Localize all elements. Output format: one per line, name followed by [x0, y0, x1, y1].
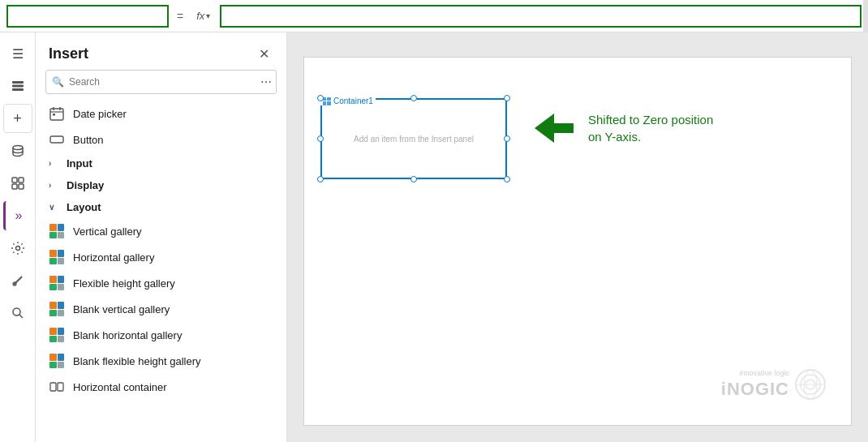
button-icon: [49, 131, 65, 148]
watermark-small-text: innovative logic: [739, 369, 789, 377]
svg-rect-20: [58, 383, 63, 391]
svg-rect-6: [12, 184, 17, 189]
flexible-height-gallery-icon: [49, 275, 65, 291]
search-input[interactable]: [45, 70, 277, 94]
layers-icon[interactable]: [3, 71, 32, 101]
handle-top-right[interactable]: [504, 95, 510, 101]
watermark-logo-icon: [794, 368, 827, 401]
watermark: innovative logic iNOGIC: [721, 368, 827, 401]
svg-rect-17: [53, 114, 55, 116]
vertical-gallery-icon: [49, 223, 65, 239]
svg-rect-23: [323, 101, 326, 105]
hamburger-icon[interactable]: ☰: [3, 39, 32, 68]
container-inner-text: Add an item from the Insert panel: [354, 135, 474, 144]
panel-header: Insert ✕: [36, 32, 286, 70]
blank-horizontal-gallery-label: Blank horizontal gallery: [73, 329, 182, 341]
fx-button[interactable]: fx ▾: [191, 8, 215, 24]
svg-point-3: [13, 146, 23, 150]
chevron-down-icon-layout: ∨: [49, 203, 60, 212]
section-display-label: Display: [67, 179, 104, 191]
search-icon-small: 🔍: [52, 76, 64, 88]
formula-input[interactable]: 0: [220, 5, 862, 28]
settings-icon[interactable]: [3, 234, 32, 263]
plugins-icon[interactable]: »: [3, 201, 32, 230]
flexible-height-gallery-label: Flexible height gallery: [73, 277, 175, 290]
container-label: Container1: [320, 97, 376, 105]
left-toolbar: ☰ + »: [0, 32, 36, 442]
chevron-down-icon: ▾: [206, 11, 210, 20]
list-item-flexible-height-gallery[interactable]: Flexible height gallery: [36, 270, 286, 296]
horizontal-container-icon: [49, 379, 65, 395]
equals-sign: =: [174, 10, 187, 23]
svg-marker-25: [535, 114, 574, 143]
list-item-date-picker[interactable]: Date picker: [36, 101, 286, 127]
svg-rect-19: [50, 383, 56, 391]
fx-label: fx: [196, 10, 204, 22]
blank-horizontal-gallery-icon: [49, 327, 65, 343]
section-input[interactable]: › Input: [36, 152, 286, 174]
svg-rect-13: [50, 109, 63, 120]
search-options-icon[interactable]: ⋯: [260, 75, 272, 88]
list-item-button[interactable]: Button: [36, 127, 286, 152]
blank-vertical-gallery-label: Blank vertical gallery: [73, 303, 170, 315]
horizontal-gallery-label: Horizontal gallery: [73, 251, 154, 264]
section-layout[interactable]: ∨ Layout: [36, 196, 286, 218]
canvas-surface[interactable]: Container1 Add an item from the Insert p…: [303, 57, 852, 426]
annotation-text: Shifted to Zero positionon Y-axis.: [588, 111, 713, 145]
date-picker-icon: [49, 105, 65, 122]
list-item-blank-horizontal-gallery[interactable]: Blank horizontal gallery: [36, 322, 286, 348]
section-display[interactable]: › Display: [36, 174, 286, 196]
button-label: Button: [73, 134, 104, 146]
arrow-icon: [531, 110, 580, 146]
watermark-logo-text: iNOGIC: [721, 379, 789, 400]
horizontal-container-label: Horizontal container: [73, 381, 167, 393]
search-box-container: 🔍 ⋯: [45, 70, 277, 94]
annotation: Shifted to Zero positionon Y-axis.: [531, 110, 713, 146]
close-button[interactable]: ✕: [254, 44, 273, 63]
list-item-blank-flexible-height-gallery[interactable]: Blank flexible height gallery: [36, 348, 286, 374]
svg-rect-5: [19, 178, 24, 182]
tools-icon[interactable]: [3, 266, 32, 295]
handle-bottom-mid[interactable]: [410, 176, 417, 182]
search-icon[interactable]: [3, 298, 32, 328]
handle-bottom-right[interactable]: [504, 176, 510, 182]
vertical-gallery-label: Vertical gallery: [73, 225, 142, 238]
svg-rect-22: [327, 97, 331, 101]
list-item-blank-vertical-gallery[interactable]: Blank vertical gallery: [36, 296, 286, 322]
list-item-horizontal-container[interactable]: Horizontal container: [36, 374, 286, 400]
panel-title: Insert: [49, 45, 88, 62]
canvas-area[interactable]: Container1 Add an item from the Insert p…: [287, 32, 868, 442]
chevron-right-icon-2: ›: [49, 181, 60, 190]
container-name: Container1: [333, 97, 373, 105]
container-wrapper[interactable]: Container1 Add an item from the Insert p…: [320, 98, 507, 179]
blank-flexible-height-gallery-label: Blank flexible height gallery: [73, 355, 201, 367]
date-picker-label: Date picker: [73, 108, 127, 120]
section-layout-label: Layout: [67, 201, 101, 213]
formula-bar: Y = fx ▾ 0: [0, 0, 868, 32]
list-item-vertical-gallery[interactable]: Vertical gallery: [36, 218, 286, 244]
list-item-horizontal-gallery[interactable]: Horizontal gallery: [36, 244, 286, 270]
handle-top-left[interactable]: [317, 95, 324, 101]
add-icon[interactable]: +: [3, 104, 32, 133]
svg-rect-18: [50, 136, 63, 143]
svg-line-9: [14, 277, 22, 285]
panel-list: Date picker Button › Input › Display: [36, 101, 286, 442]
svg-rect-4: [12, 178, 17, 182]
svg-rect-0: [12, 81, 24, 84]
components-icon[interactable]: [3, 169, 32, 198]
main-area: ☰ + »: [0, 32, 868, 442]
svg-rect-24: [327, 101, 331, 105]
svg-line-12: [19, 315, 23, 319]
svg-rect-7: [19, 184, 24, 189]
blank-flexible-height-gallery-icon: [49, 353, 65, 369]
name-box-input[interactable]: Y: [6, 5, 169, 28]
horizontal-gallery-icon: [49, 249, 65, 265]
section-input-label: Input: [67, 157, 92, 170]
handle-bottom-left[interactable]: [317, 176, 324, 182]
database-icon[interactable]: [3, 136, 32, 165]
handle-mid-right[interactable]: [504, 135, 510, 142]
chevron-right-icon: ›: [49, 159, 60, 168]
handle-top-mid[interactable]: [410, 95, 417, 101]
svg-point-8: [15, 247, 19, 251]
handle-mid-left[interactable]: [317, 135, 324, 142]
